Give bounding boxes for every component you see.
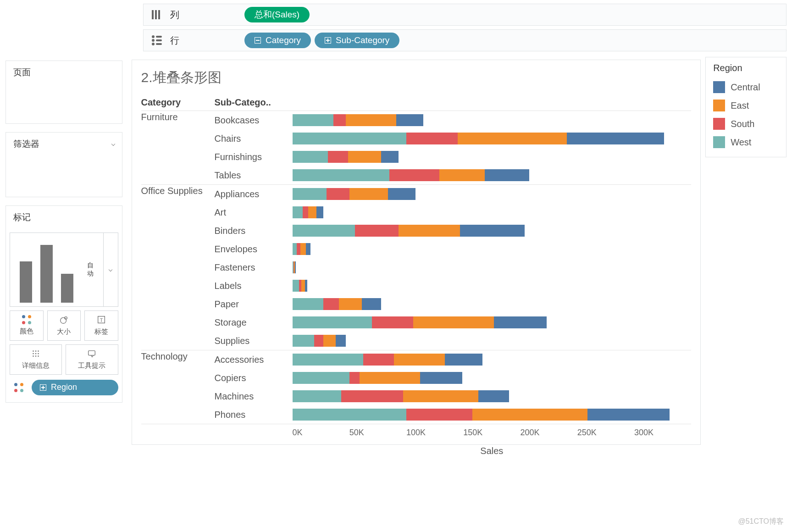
bar[interactable] — [293, 335, 692, 347]
bar-segment-south[interactable] — [328, 151, 349, 163]
bar-segment-south[interactable] — [372, 316, 413, 328]
chevron-down-icon[interactable] — [111, 142, 115, 146]
bar-segment-south[interactable] — [327, 188, 349, 200]
bar-segment-east[interactable] — [403, 390, 478, 402]
bar-segment-west[interactable] — [293, 316, 372, 328]
bar-segment-south[interactable] — [349, 372, 360, 384]
bar-segment-south[interactable] — [341, 390, 403, 402]
bar-segment-west[interactable] — [293, 298, 323, 310]
bar-segment-south[interactable] — [303, 206, 308, 218]
bar-segment-central[interactable] — [567, 133, 664, 144]
bar[interactable] — [293, 280, 692, 292]
bar-segment-central[interactable] — [388, 188, 415, 200]
bar-segment-central[interactable] — [478, 390, 509, 402]
bar-segment-east[interactable] — [458, 133, 567, 144]
bar-segment-east[interactable] — [339, 298, 362, 310]
legend-item-west[interactable]: West — [713, 133, 779, 151]
bar-segment-central[interactable] — [362, 298, 381, 310]
bar-segment-west[interactable] — [293, 390, 342, 402]
bar[interactable] — [293, 298, 692, 310]
bar-segment-west[interactable] — [293, 114, 333, 126]
bar-segment-west[interactable] — [293, 243, 297, 255]
bar-segment-south[interactable] — [333, 114, 346, 126]
bar-segment-south[interactable] — [314, 335, 323, 347]
bar-segment-east[interactable] — [399, 225, 460, 237]
bar-segment-east[interactable] — [439, 169, 485, 181]
bar-segment-west[interactable] — [293, 151, 328, 163]
bar-segment-central[interactable] — [494, 316, 546, 328]
pages-panel[interactable]: 页面 — [6, 61, 122, 124]
marks-detail-card[interactable]: 详细信息 — [10, 344, 62, 375]
bar-segment-west[interactable] — [293, 225, 355, 237]
bar[interactable] — [293, 372, 692, 384]
bar[interactable] — [293, 243, 692, 255]
bar-segment-south[interactable] — [363, 354, 394, 366]
bar-segment-east[interactable] — [472, 409, 587, 421]
rows-shelf[interactable]: 行 CategorySub-Category — [143, 29, 786, 51]
bar[interactable] — [293, 169, 692, 181]
bar-segment-central[interactable] — [336, 335, 346, 347]
bar[interactable] — [293, 188, 692, 200]
bar[interactable] — [293, 316, 692, 328]
bar-segment-west[interactable] — [293, 188, 327, 200]
marks-size-card[interactable]: 大小 — [47, 310, 81, 341]
bar[interactable] — [293, 206, 692, 218]
bar-segment-east[interactable] — [360, 372, 420, 384]
bar-segment-east[interactable] — [413, 316, 494, 328]
bar-segment-east[interactable] — [394, 354, 445, 366]
bar-segment-east[interactable] — [300, 243, 306, 255]
bar[interactable] — [293, 225, 692, 237]
bar-segment-central[interactable] — [306, 243, 310, 255]
bar-segment-west[interactable] — [293, 372, 349, 384]
bar-segment-south[interactable] — [406, 409, 472, 421]
bar-segment-east[interactable] — [348, 151, 381, 163]
bar[interactable] — [293, 151, 692, 163]
columns-shelf[interactable]: 列 总和(Sales) — [143, 4, 786, 26]
bar-segment-west[interactable] — [293, 354, 363, 366]
bar-segment-south[interactable] — [323, 298, 339, 310]
bar[interactable] — [293, 409, 692, 421]
bar-segment-central[interactable] — [381, 151, 398, 163]
bar-segment-east[interactable] — [308, 206, 316, 218]
bar-segment-east[interactable] — [301, 280, 305, 292]
bar-segment-west[interactable] — [293, 133, 406, 144]
legend-item-south[interactable]: South — [713, 115, 779, 133]
bar[interactable] — [293, 354, 692, 366]
bar[interactable] — [293, 133, 692, 144]
rows-pill[interactable]: Category — [244, 33, 311, 48]
bar-segment-south[interactable] — [355, 225, 398, 237]
marks-tooltip-card[interactable]: 工具提示 — [66, 344, 118, 375]
bar-segment-east[interactable] — [323, 335, 336, 347]
bar[interactable] — [293, 390, 692, 402]
bar[interactable] — [293, 261, 692, 273]
bar-segment-central[interactable] — [460, 225, 525, 237]
bar-segment-central[interactable] — [305, 280, 307, 292]
bar-segment-central[interactable] — [485, 169, 529, 181]
bar-segment-east[interactable] — [349, 188, 388, 200]
bar-segment-south[interactable] — [406, 133, 458, 144]
bar-segment-central[interactable] — [396, 114, 424, 126]
bar-segment-west[interactable] — [293, 206, 303, 218]
region-color-pill[interactable]: Region — [32, 380, 118, 395]
marks-type-dropdown[interactable]: 自动 — [10, 233, 118, 307]
bar-segment-south[interactable] — [389, 169, 439, 181]
bar-segment-central[interactable] — [420, 372, 462, 384]
marks-color-card[interactable]: 颜色 — [10, 310, 44, 341]
bar-segment-central[interactable] — [587, 409, 670, 421]
bar-segment-central[interactable] — [295, 261, 296, 273]
bar-segment-central[interactable] — [445, 354, 482, 366]
bar-segment-central[interactable] — [316, 206, 323, 218]
bar-segment-west[interactable] — [293, 169, 389, 181]
bar-segment-east[interactable] — [346, 114, 396, 126]
marks-label-card[interactable]: T 标签 — [84, 310, 118, 341]
bar[interactable] — [293, 114, 692, 126]
chart-title[interactable]: 2.堆叠条形图 — [141, 68, 692, 87]
filters-panel[interactable]: 筛选器 — [6, 132, 122, 197]
rows-pill[interactable]: Sub-Category — [315, 33, 399, 48]
columns-pill[interactable]: 总和(Sales) — [244, 7, 310, 22]
bar-segment-west[interactable] — [293, 409, 406, 421]
legend-item-east[interactable]: East — [713, 96, 779, 115]
bar-segment-west[interactable] — [293, 280, 299, 292]
bar-segment-south[interactable] — [297, 243, 300, 255]
bar-segment-west[interactable] — [293, 335, 314, 347]
